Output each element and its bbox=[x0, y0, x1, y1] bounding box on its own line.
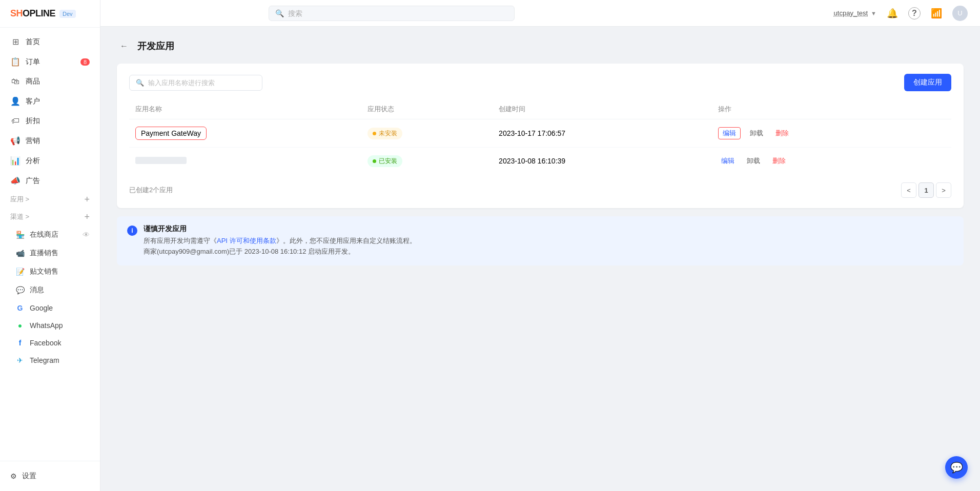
facebook-icon: f bbox=[15, 339, 25, 347]
status-badge: 已安装 bbox=[368, 155, 402, 167]
notification-icon[interactable]: 🔔 bbox=[885, 6, 900, 21]
sidebar-item-analytics[interactable]: 📊 分析 bbox=[0, 151, 100, 171]
sidebar-item-ads[interactable]: 📣 广告 bbox=[0, 171, 100, 191]
sidebar-item-label: Facebook bbox=[30, 339, 61, 347]
app-name-cell: Payment GateWay bbox=[129, 119, 361, 148]
pagination-info: 已创建2个应用 bbox=[129, 186, 173, 195]
sidebar-item-label: 营销 bbox=[26, 136, 40, 146]
pagination-controls: < 1 > bbox=[901, 182, 951, 198]
current-page-button[interactable]: 1 bbox=[918, 182, 934, 198]
prev-page-button[interactable]: < bbox=[901, 182, 916, 198]
sidebar-item-label: 订单 bbox=[26, 57, 40, 67]
sidebar-item-live-sales[interactable]: 📹 直播销售 bbox=[0, 244, 100, 262]
add-app-button[interactable]: + bbox=[84, 195, 90, 204]
sidebar-item-facebook[interactable]: f Facebook bbox=[0, 334, 100, 352]
notice-text-before-link: 所有应用开发均需遵守《 bbox=[144, 237, 217, 244]
page-title: 开发应用 bbox=[137, 40, 174, 52]
telegram-icon: ✈ bbox=[15, 356, 25, 364]
topbar-user[interactable]: utcpay_test ▼ bbox=[834, 9, 876, 17]
app-actions-cell: 编辑 卸载 删除 bbox=[712, 119, 951, 148]
app-table-card: 🔍 创建应用 应用名称 应用状态 创建时间 操作 bbox=[117, 64, 964, 208]
sidebar-item-post-sales[interactable]: 📝 贴文销售 bbox=[0, 262, 100, 281]
search-input[interactable] bbox=[288, 9, 508, 17]
notice-text: 所有应用开发均需遵守《API 许可和使用条款》。此外，您不应使用应用来自定义结账… bbox=[144, 236, 416, 247]
search-icon: 🔍 bbox=[136, 79, 144, 87]
home-icon: ⊞ bbox=[10, 37, 21, 47]
status-dot bbox=[373, 132, 376, 135]
main-content: ← 开发应用 🔍 创建应用 应用名称 应用状态 创建时间 操作 bbox=[100, 27, 980, 491]
notice-text-after-link: 》。此外，您不应使用应用来自定义结账流程。 bbox=[276, 237, 416, 244]
page-header: ← 开发应用 bbox=[117, 39, 964, 53]
settings-item[interactable]: ⚙ 设置 bbox=[10, 467, 90, 485]
app-search-input[interactable] bbox=[148, 79, 256, 87]
chat-fab-button[interactable]: 💬 bbox=[945, 456, 968, 479]
sidebar-item-label: 消息 bbox=[30, 285, 44, 295]
orders-icon: 📋 bbox=[10, 57, 21, 67]
sidebar-item-telegram[interactable]: ✈ Telegram bbox=[0, 352, 100, 369]
table-row: 已安装 2023-10-08 16:10:39 编辑 卸载 删除 bbox=[129, 148, 951, 175]
customers-icon: 👤 bbox=[10, 96, 21, 106]
create-app-button[interactable]: 创建应用 bbox=[904, 74, 951, 91]
status-label: 已安装 bbox=[379, 157, 397, 166]
edit-button[interactable]: 编辑 bbox=[718, 155, 738, 167]
sidebar-item-label: 商品 bbox=[26, 77, 40, 86]
sidebar-item-messages[interactable]: 💬 消息 bbox=[0, 281, 100, 299]
sidebar-item-orders[interactable]: 📋 订单 8 bbox=[0, 52, 100, 72]
sidebar: SHOPLINE Dev ⊞ 首页 📋 订单 8 🛍 商品 👤 客户 🏷 折扣 … bbox=[0, 0, 100, 491]
eye-icon[interactable]: 👁 bbox=[83, 231, 90, 239]
marketing-icon: 📢 bbox=[10, 136, 21, 146]
col-header-status: 应用状态 bbox=[361, 99, 493, 119]
search-bar[interactable]: 🔍 bbox=[269, 6, 515, 21]
logo-text: SHOPLINE bbox=[10, 8, 55, 19]
notice-title: 谨慎开发应用 bbox=[144, 224, 416, 234]
sidebar-item-products[interactable]: 🛍 商品 bbox=[0, 72, 100, 91]
app-name-blurred bbox=[135, 157, 187, 164]
sidebar-item-label: WhatsApp bbox=[30, 321, 63, 330]
edit-button[interactable]: 编辑 bbox=[718, 127, 741, 139]
app-actions-cell: 编辑 卸载 删除 bbox=[712, 148, 951, 175]
dev-badge: Dev bbox=[59, 10, 76, 18]
sidebar-item-customers[interactable]: 👤 客户 bbox=[0, 91, 100, 111]
main-wrapper: 🔍 utcpay_test ▼ 🔔 ? 📶 U ← 开发应用 🔍 bbox=[100, 0, 980, 491]
wifi-icon[interactable]: 📶 bbox=[929, 6, 944, 21]
username-label: utcpay_test bbox=[834, 9, 868, 17]
sidebar-item-label: 折扣 bbox=[26, 116, 40, 126]
sidebar-item-online-store[interactable]: 🏪 在线商店 👁 bbox=[0, 226, 100, 244]
uninstall-button[interactable]: 卸载 bbox=[747, 127, 766, 139]
messages-icon: 💬 bbox=[15, 286, 25, 294]
status-badge: 未安装 bbox=[368, 128, 402, 139]
avatar[interactable]: U bbox=[952, 6, 968, 21]
sidebar-item-whatsapp[interactable]: ● WhatsApp bbox=[0, 317, 100, 334]
delete-button[interactable]: 删除 bbox=[769, 155, 789, 167]
add-channel-button[interactable]: + bbox=[84, 212, 90, 221]
sidebar-item-home[interactable]: ⊞ 首页 bbox=[0, 32, 100, 52]
sidebar-item-label: 在线商店 bbox=[30, 230, 58, 239]
app-name-highlighted: Payment GateWay bbox=[135, 127, 207, 140]
table-toolbar: 🔍 创建应用 bbox=[129, 74, 951, 91]
app-search[interactable]: 🔍 bbox=[129, 75, 262, 91]
sidebar-item-marketing[interactable]: 📢 营销 bbox=[0, 131, 100, 151]
sidebar-item-discounts[interactable]: 🏷 折扣 bbox=[0, 111, 100, 131]
sidebar-navigation: ⊞ 首页 📋 订单 8 🛍 商品 👤 客户 🏷 折扣 📢 营销 📊 分析 bbox=[0, 28, 100, 461]
channel-section-header[interactable]: 渠道 > + bbox=[0, 208, 100, 226]
sidebar-item-label: 广告 bbox=[26, 176, 40, 186]
back-button[interactable]: ← bbox=[117, 39, 131, 53]
ads-icon: 📣 bbox=[10, 176, 21, 186]
merchant-info: 商家(utcpay909@gmail.com)已于 2023-10-08 16:… bbox=[144, 247, 416, 257]
uninstall-button[interactable]: 卸载 bbox=[744, 155, 763, 167]
sidebar-item-label: 贴文销售 bbox=[30, 267, 58, 276]
notice-link[interactable]: API 许可和使用条款 bbox=[217, 237, 276, 244]
app-section-header[interactable]: 应用 > + bbox=[0, 191, 100, 208]
app-section-label: 应用 > bbox=[10, 195, 29, 204]
help-icon[interactable]: ? bbox=[908, 7, 921, 19]
sidebar-item-label: 直播销售 bbox=[30, 249, 58, 258]
delete-button[interactable]: 删除 bbox=[772, 127, 792, 139]
online-store-icon: 🏪 bbox=[15, 231, 25, 239]
chevron-down-icon: ▼ bbox=[871, 10, 876, 16]
next-page-button[interactable]: > bbox=[936, 182, 951, 198]
whatsapp-icon: ● bbox=[15, 321, 25, 330]
sidebar-item-label: Telegram bbox=[30, 356, 59, 364]
col-header-actions: 操作 bbox=[712, 99, 951, 119]
sidebar-item-google[interactable]: G Google bbox=[0, 299, 100, 317]
analytics-icon: 📊 bbox=[10, 156, 21, 166]
